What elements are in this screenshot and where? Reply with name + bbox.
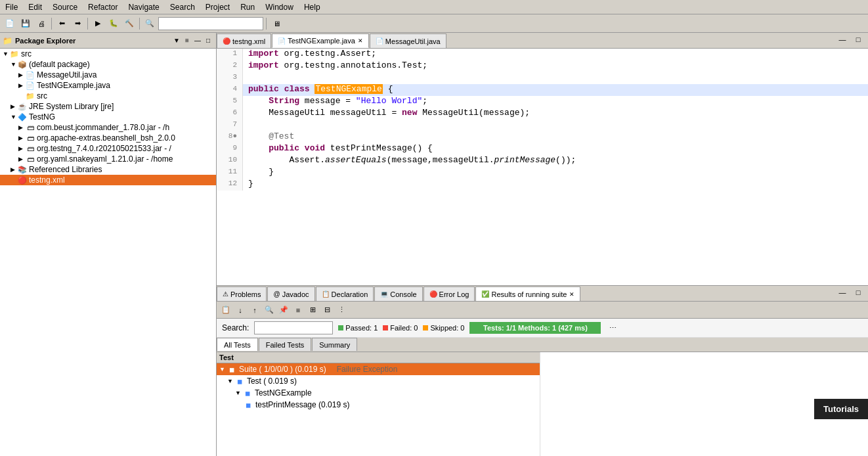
down-btn[interactable]: ↓ (234, 304, 247, 317)
bar-options-btn[interactable]: ⋯ (606, 321, 619, 334)
editor-tab[interactable]: 🔴 testng.xml (217, 34, 271, 48)
tree-item[interactable]: ▶ 📄 TestNGExample.java (0, 80, 216, 91)
menu-file[interactable]: File (0, 1, 23, 13)
tree-item[interactable]: ▶ 🗃 org.testng_7.4.0.r202105021533.jar -… (0, 143, 216, 154)
menu-refactor[interactable]: Refactor (83, 1, 123, 13)
menu-run[interactable]: Run (235, 1, 260, 13)
test-result-bar: Tests: 1/1 Methods: 1 (427 ms) (469, 322, 601, 334)
bottom-tab[interactable]: ⚠ Problems (217, 286, 267, 301)
tree-item-label: src (21, 49, 32, 58)
tree-item-icon: 🗃 (25, 133, 35, 143)
perspective-button[interactable]: 🖥 (269, 16, 284, 31)
menu-navigate[interactable]: Navigate (123, 1, 164, 13)
bottom-tab[interactable]: @ Javadoc (267, 286, 315, 301)
results-toolbar: 📋 ↓ ↑ 🔍 📌 ≡ ⊞ ⊟ ⋮ (217, 302, 868, 319)
results-sub-tab[interactable]: Failed Tests (259, 338, 312, 351)
results-tree-item[interactable]: ▼ ◼ TestNGExample (217, 387, 540, 399)
code-line: 9 public void testPrintMessage() { (217, 143, 868, 155)
tree-item-label: (default package) (29, 60, 90, 69)
skipped-dot-icon (423, 325, 428, 331)
pe-collapse-btn[interactable]: ▼ (171, 35, 182, 46)
line-number: 3 (217, 72, 243, 84)
line-content: public class TestNGExample { (243, 84, 393, 96)
menu-project[interactable]: Project (200, 1, 235, 13)
pe-menu-btn[interactable]: ≡ (182, 35, 192, 46)
bottom-tab-close-btn[interactable]: ✕ (569, 291, 575, 298)
run-button[interactable]: ▶ (91, 16, 105, 31)
next-edit-button[interactable]: ➡ (70, 16, 85, 31)
tree-item[interactable]: ▶ ☕ JRE System Library [jre] (0, 101, 216, 112)
tree-item-label: TestNG (29, 112, 55, 122)
bottom-max-btn[interactable]: □ (851, 285, 865, 300)
menu-help[interactable]: Help (299, 1, 326, 13)
more-btn[interactable]: ⋮ (335, 304, 348, 317)
pe-minimize-btn[interactable]: — (192, 35, 203, 46)
pin-btn[interactable]: 📌 (277, 304, 290, 317)
toolbar-search-input[interactable] (158, 17, 263, 30)
passed-label: Passed: 1 (345, 324, 378, 332)
save-button[interactable]: 💾 (18, 16, 33, 31)
editor-max-btn[interactable]: □ (851, 32, 865, 47)
results-tree-item[interactable]: ◼ testPrintMessage (0.019 s) (217, 399, 540, 411)
list-btn[interactable]: ≡ (292, 304, 305, 317)
tree-arrow: ▶ (18, 124, 25, 131)
tree-arrow: ▶ (18, 145, 25, 152)
pe-maximize-btn[interactable]: □ (203, 35, 213, 46)
new-button[interactable]: 📄 (3, 16, 17, 31)
bottom-tab-icon: ⚠ (223, 290, 228, 298)
build-button[interactable]: 🔨 (122, 16, 137, 31)
tutorials-button[interactable]: Tutorials (814, 399, 868, 419)
tree-item[interactable]: 🔴 testng.xml (0, 175, 216, 185)
filter-btn[interactable]: 🔍 (263, 304, 276, 317)
tree-item-label: TestNGExample.java (37, 81, 110, 90)
search-button[interactable]: 🔍 (142, 16, 157, 31)
tree-item[interactable]: ▶ 📚 Referenced Libraries (0, 164, 216, 175)
skipped-label: Skipped: 0 (430, 324, 464, 332)
results-sub-tab[interactable]: Summary (312, 338, 357, 351)
search-label: Search: (222, 323, 249, 332)
tab-icon: 🔴 (223, 37, 230, 45)
expand-btn[interactable]: ⊞ (306, 304, 319, 317)
menu-edit[interactable]: Edit (23, 1, 47, 13)
menu-window[interactable]: Window (260, 1, 299, 13)
results-search-input[interactable] (254, 321, 333, 334)
editor-tab[interactable]: 📄 TestNGExample.java✕ (272, 34, 369, 48)
editor-tab[interactable]: 📄 MessageUtil.java (370, 34, 446, 48)
bottom-tab[interactable]: ✅ Results of running suite✕ (475, 286, 580, 301)
tree-item[interactable]: ▶ 🗃 com.beust.jcommander_1.78.0.jar - /h (0, 122, 216, 133)
editor-min-btn[interactable]: — (835, 32, 850, 47)
tree-arrow: ▶ (11, 103, 17, 110)
tree-item-icon: 🗃 (25, 123, 35, 132)
code-line: 3 (217, 72, 868, 84)
bottom-tab[interactable]: 📋 Declaration (316, 286, 374, 301)
tree-item[interactable]: 📁 src (0, 91, 216, 101)
bottom-tab[interactable]: 🔴 Error Log (423, 286, 475, 301)
tree-col-name: Test (219, 353, 537, 361)
bottom-min-btn[interactable]: — (835, 285, 850, 300)
copy-btn[interactable]: 📋 (219, 304, 232, 317)
menu-search[interactable]: Search (165, 1, 200, 13)
tab-close-btn[interactable]: ✕ (358, 37, 363, 44)
results-tree-item[interactable]: ▼ ◼ Suite ( 1/0/0/0 ) (0.019 s) Failure … (217, 363, 540, 375)
tree-item[interactable]: ▼ 🔷 TestNG (0, 112, 216, 122)
results-tree-item[interactable]: ▼ ◼ Test ( 0.019 s) (217, 375, 540, 387)
tree-item[interactable]: ▼ 📁 src (0, 49, 216, 59)
tree-item[interactable]: ▶ 🗃 org.apache-extras.beanshell_bsh_2.0.… (0, 133, 216, 143)
line-number: 5 (217, 96, 243, 108)
tree-item[interactable]: ▶ 📄 MessageUtil.java (0, 70, 216, 80)
collapse-btn[interactable]: ⊟ (320, 304, 334, 317)
results-sub-tab[interactable]: All Tests (217, 338, 258, 351)
up-btn[interactable]: ↑ (248, 304, 261, 317)
code-line: 1 import org.testng.Assert; (217, 49, 868, 60)
tree-item[interactable]: ▼ 📦 (default package) (0, 59, 216, 70)
tree-item[interactable]: ▶ 🗃 org.yaml.snakeyaml_1.21.0.jar - /hom… (0, 154, 216, 164)
main-layout: 📁 Package Explorer ▼ ≡ — □ ▼ 📁 src ▼ 📦 (… (0, 33, 868, 456)
print-button[interactable]: 🖨 (34, 16, 49, 31)
debug-button[interactable]: 🐛 (106, 16, 121, 31)
tree-arrow: ▶ (18, 72, 25, 78)
bottom-tab-controls: — □ (833, 284, 868, 301)
bottom-tab[interactable]: 💻 Console (374, 286, 422, 301)
prev-edit-button[interactable]: ⬅ (54, 16, 69, 31)
line-content: import org.testng.annotations.Test; (243, 60, 427, 72)
menu-source[interactable]: Source (47, 1, 83, 13)
